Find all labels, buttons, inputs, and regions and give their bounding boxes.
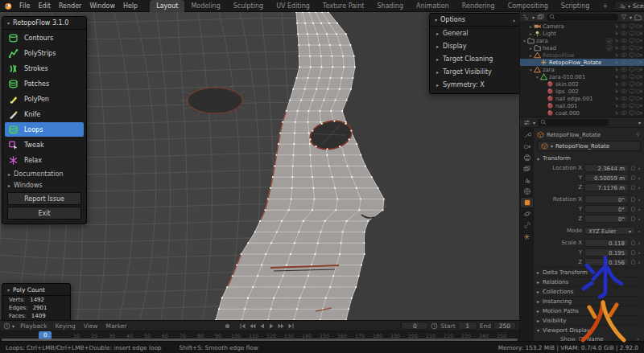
- menu-file[interactable]: File: [15, 2, 34, 10]
- render-disable-toggle-icon[interactable]: [636, 81, 642, 87]
- lock-icon[interactable]: [631, 175, 635, 180]
- tab-data[interactable]: [521, 232, 533, 241]
- value-field[interactable]: 0°: [584, 195, 629, 203]
- render-disable-toggle-icon[interactable]: [636, 88, 642, 94]
- outliner-search-input[interactable]: [547, 14, 618, 21]
- transform-section-header[interactable]: ▾ Transform: [537, 154, 641, 163]
- lock-icon[interactable]: [631, 216, 635, 221]
- section-motion-paths[interactable]: ▸Motion Paths: [537, 306, 641, 315]
- tab-world[interactable]: [521, 187, 533, 196]
- render-disable-toggle-icon[interactable]: [636, 45, 642, 51]
- animate-dot-icon[interactable]: •: [638, 250, 641, 256]
- lock-icon[interactable]: [631, 185, 635, 190]
- expander-icon[interactable]: ▸: [528, 53, 534, 58]
- hide-toggle-icon[interactable]: [621, 103, 627, 109]
- hide-toggle-icon[interactable]: [621, 74, 627, 80]
- hide-toggle-icon[interactable]: [621, 110, 627, 116]
- selectable-toggle-icon[interactable]: [614, 103, 620, 109]
- timeline-menu-playback[interactable]: Playback: [16, 322, 51, 330]
- hide-toggle-icon[interactable]: [621, 38, 627, 43]
- tool-polypen[interactable]: PolyPen: [5, 92, 84, 106]
- options-panel-header[interactable]: ▾ Options ▴: [430, 14, 519, 27]
- render-disable-toggle-icon[interactable]: [636, 60, 642, 65]
- jump-to-end-button[interactable]: [287, 322, 295, 330]
- outliner-row-head[interactable]: ▸head: [520, 44, 644, 51]
- exclude-checkbox[interactable]: [606, 38, 613, 44]
- chevron-up-icon[interactable]: ▴: [513, 17, 515, 23]
- outliner-editor-icon[interactable]: [522, 14, 530, 21]
- expander-icon[interactable]: ▾: [535, 75, 540, 80]
- chevron-down-icon[interactable]: ▾: [638, 120, 641, 125]
- options-item-target-visibility[interactable]: ▸Target Visibility: [430, 65, 519, 78]
- properties-editor-icon[interactable]: [523, 119, 530, 126]
- blender-logo-icon[interactable]: [3, 2, 12, 10]
- expander-icon[interactable]: ▸: [528, 24, 534, 29]
- tab-physics[interactable]: [521, 209, 533, 219]
- animate-dot-icon[interactable]: •: [638, 228, 641, 234]
- object-name-field[interactable]: ▾ RetopoFlow_Rotate: [537, 141, 641, 151]
- tab-modeling[interactable]: Modeling: [184, 0, 226, 12]
- value-field[interactable]: 7.1176 m: [584, 183, 629, 191]
- hide-toggle-icon[interactable]: [621, 96, 627, 101]
- hide-toggle-icon[interactable]: [621, 52, 627, 58]
- expander-icon[interactable]: ▸: [528, 31, 534, 36]
- timeline-menu-view[interactable]: View: [80, 322, 102, 330]
- pin-icon[interactable]: [635, 132, 641, 138]
- selectable-toggle-icon[interactable]: [614, 60, 620, 65]
- render-disable-toggle-icon[interactable]: [636, 67, 642, 72]
- animate-dot-icon[interactable]: •: [638, 197, 641, 203]
- value-field[interactable]: 0°: [584, 205, 629, 213]
- tool-contours[interactable]: Contours: [5, 31, 84, 45]
- selectable-toggle-icon[interactable]: [614, 31, 620, 36]
- tab-tool[interactable]: [521, 130, 533, 140]
- selectable-toggle-icon[interactable]: [614, 52, 620, 58]
- selectable-toggle-icon[interactable]: [614, 67, 620, 72]
- exit-button[interactable]: Exit: [7, 207, 81, 220]
- play-button[interactable]: [268, 322, 275, 330]
- options-item-general[interactable]: ▸General: [430, 27, 519, 39]
- hide-toggle-icon[interactable]: [621, 31, 627, 36]
- tab-sculpting[interactable]: Sculpting: [227, 0, 270, 12]
- lock-icon[interactable]: [631, 260, 635, 265]
- value-field[interactable]: 0°: [584, 215, 629, 223]
- report-issue-button[interactable]: Report Issue: [7, 192, 81, 205]
- outliner-row-light[interactable]: ▸Light: [520, 30, 644, 37]
- render-disable-toggle-icon[interactable]: [636, 52, 642, 58]
- options-item-display[interactable]: ▸Display: [430, 39, 519, 52]
- render-disable-toggle-icon[interactable]: [636, 23, 642, 29]
- new-collection-icon[interactable]: [634, 14, 642, 21]
- viewport-disable-toggle-icon[interactable]: [629, 81, 635, 87]
- scene-selector[interactable]: ▾ Scene: [614, 1, 644, 10]
- exclude-checkbox[interactable]: [606, 45, 613, 51]
- tool-knife[interactable]: Knife: [5, 107, 84, 121]
- outliner-row-nail-edge-001[interactable]: nail edge.001: [520, 95, 644, 102]
- play-reverse-button[interactable]: [258, 322, 266, 330]
- prev-keyframe-button[interactable]: [249, 322, 256, 330]
- selectable-toggle-icon[interactable]: [614, 96, 620, 101]
- viewport-display-section-header[interactable]: ▾ Viewport Display: [537, 325, 641, 335]
- viewport-disable-toggle-icon[interactable]: [629, 88, 635, 94]
- tool-tweak[interactable]: Tweak: [5, 138, 84, 152]
- tab-texture-paint[interactable]: Texture Paint: [316, 0, 371, 12]
- animate-dot-icon[interactable]: •: [638, 207, 641, 212]
- lock-icon[interactable]: [631, 166, 635, 170]
- tool-patches[interactable]: Patches: [5, 76, 84, 91]
- expander-icon[interactable]: ▾: [528, 68, 534, 72]
- viewport-disable-toggle-icon[interactable]: [629, 60, 635, 65]
- render-disable-toggle-icon[interactable]: [636, 96, 642, 101]
- selectable-toggle-icon[interactable]: [614, 23, 620, 29]
- retopoflow-windows[interactable]: ▸Windows: [2, 179, 86, 191]
- tab-rendering[interactable]: Rendering: [456, 0, 502, 12]
- retopoflow-panel-header[interactable]: ▾ RetopoFlow 3.1.0: [2, 17, 86, 30]
- timeline-menu-keying[interactable]: Keying: [51, 322, 79, 330]
- animate-dot-icon[interactable]: •: [638, 175, 641, 181]
- tab-view-layer[interactable]: [521, 164, 533, 174]
- tab-constraints[interactable]: [521, 220, 533, 230]
- value-field[interactable]: 0.50059 m: [584, 174, 629, 182]
- outliner-row-retopoflow[interactable]: ▸RetopoFlow: [520, 51, 644, 59]
- timeline-menu-marker[interactable]: Marker: [102, 322, 131, 330]
- jump-to-start-button[interactable]: [239, 322, 246, 330]
- tool-loops[interactable]: Loops: [5, 122, 84, 137]
- value-field[interactable]: 0.156: [584, 258, 629, 266]
- tool-polystrips[interactable]: PolyStrips: [5, 46, 84, 60]
